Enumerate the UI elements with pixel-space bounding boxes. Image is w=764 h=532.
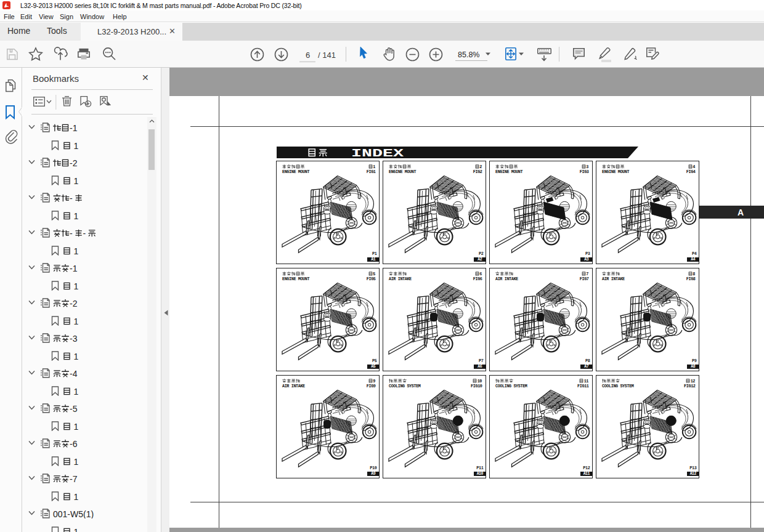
svg-text:1: 1 <box>71 457 79 466</box>
svg-text:-2: -2 <box>70 299 78 308</box>
svg-text:-1: -1 <box>70 123 78 132</box>
svg-text:6: 6 <box>306 50 310 60</box>
svg-text:1: 1 <box>71 211 79 220</box>
svg-text:1: 1 <box>71 141 79 150</box>
svg-text:-6: -6 <box>70 439 78 448</box>
svg-text:-: - <box>70 193 73 203</box>
svg-text:-2: -2 <box>70 158 78 167</box>
svg-text:-4: -4 <box>70 369 78 378</box>
svg-text:1: 1 <box>71 527 79 532</box>
svg-text:1: 1 <box>71 176 79 185</box>
svg-text:/ 141: / 141 <box>318 50 336 60</box>
svg-text:-5: -5 <box>70 404 78 413</box>
svg-text:85.8%: 85.8% <box>458 50 479 59</box>
svg-text:1: 1 <box>71 246 79 256</box>
svg-text:1: 1 <box>71 422 79 431</box>
svg-text:1: 1 <box>71 492 79 501</box>
svg-text:001-W5(1): 001-W5(1) <box>53 509 94 518</box>
svg-text:-1: -1 <box>70 264 78 273</box>
svg-text:-: - <box>70 228 73 238</box>
svg-text:1: 1 <box>71 387 79 396</box>
svg-text:1: 1 <box>71 316 79 326</box>
svg-text:-: - <box>83 228 86 238</box>
svg-text:1: 1 <box>71 352 79 361</box>
svg-text:-3: -3 <box>70 334 78 343</box>
svg-text:INDEX: INDEX <box>351 147 404 159</box>
svg-text:1: 1 <box>71 281 79 291</box>
svg-text:-7: -7 <box>70 474 78 483</box>
